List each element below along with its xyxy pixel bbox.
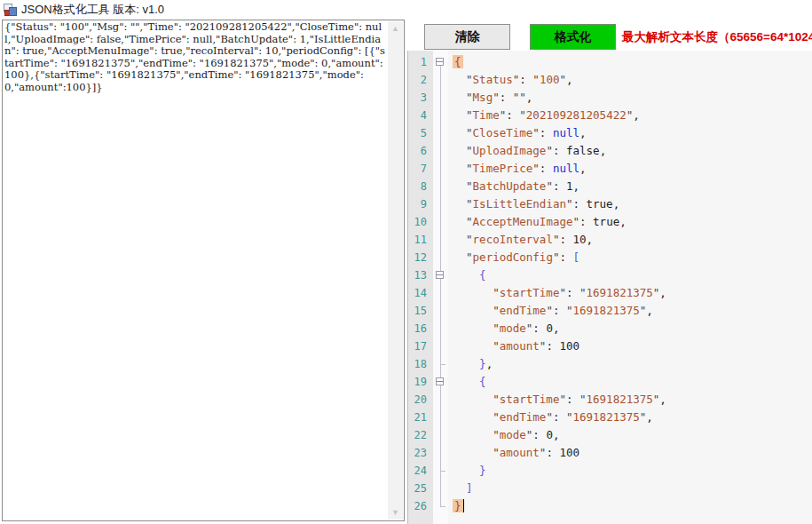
fold-toggle-icon[interactable] (433, 373, 448, 391)
code-line: 24 } (408, 462, 812, 480)
line-number: 9 (408, 195, 433, 213)
line-number: 15 (408, 302, 433, 320)
line-number: 19 (408, 373, 433, 391)
code-line: 21 "endTime": "1691821375", (408, 409, 812, 426)
code-line: 3 "Msg": "", (408, 89, 812, 107)
input-scrollbar[interactable]: ▲ ▼ (388, 21, 403, 520)
fold-marker (433, 320, 448, 337)
code-line: 12 "periodConfig": [ (408, 249, 812, 266)
code-text: "Status": "100", (448, 71, 573, 89)
code-line: 17 "amount": 100 (408, 337, 812, 355)
format-button[interactable]: 格式化 (530, 24, 616, 50)
code-text: "startTime": "1691821375", (448, 284, 666, 302)
code-line: 5 "CloseTime": null, (408, 124, 812, 142)
text-caret (463, 499, 464, 512)
fold-marker (433, 71, 448, 89)
scroll-down-icon[interactable]: ▼ (388, 506, 403, 519)
code-text: "startTime": "1691821375", (448, 391, 666, 409)
line-number: 1 (408, 53, 433, 71)
fold-marker (433, 337, 448, 355)
fold-marker (433, 160, 448, 178)
raw-json-input[interactable]: {"Status": "100","Msg": "","Time": "2021… (2, 20, 405, 521)
code-line: 15 "endTime": "1691821375", (408, 302, 812, 320)
line-number: 17 (408, 337, 433, 355)
fold-marker (433, 480, 448, 497)
code-text: "periodConfig": [ (448, 249, 579, 266)
fold-marker (433, 444, 448, 462)
fold-marker (433, 302, 448, 320)
line-number: 16 (408, 320, 433, 337)
code-line: 8 "BatchUpdate": 1, (408, 178, 812, 195)
fold-marker (433, 107, 448, 124)
line-number: 13 (408, 266, 433, 284)
fold-marker (433, 426, 448, 444)
clear-button[interactable]: 清除 (424, 24, 510, 50)
fold-marker (433, 213, 448, 231)
fold-marker (433, 89, 448, 107)
code-text: "UploadImage": false, (448, 142, 606, 160)
code-text: "Time": "202109281205422", (448, 107, 640, 124)
code-line: 18 }, (408, 355, 812, 373)
code-text: "endTime": "1691821375", (448, 302, 653, 320)
code-line: 23 "amount": 100 (408, 444, 812, 462)
code-text: "mode": 0, (448, 426, 559, 444)
code-line: 16 "mode": 0, (408, 320, 812, 337)
code-line: 4 "Time": "202109281205422", (408, 107, 812, 124)
line-number: 18 (408, 355, 433, 373)
line-number: 21 (408, 409, 433, 426)
code-text: "endTime": "1691821375", (448, 409, 653, 426)
code-text: "CloseTime": null, (448, 124, 587, 142)
scroll-up-icon[interactable]: ▲ (388, 22, 403, 35)
line-number: 11 (408, 231, 433, 249)
code-text: ] (448, 480, 473, 497)
fold-marker (433, 195, 448, 213)
fold-marker (433, 284, 448, 302)
titlebar: JSON格式化工具 版本: v1.0 (0, 0, 812, 20)
code-line: 10 "AcceptMenuImage": true, (408, 213, 812, 231)
code-text: "amount": 100 (448, 444, 579, 462)
line-number: 8 (408, 178, 433, 195)
code-line: 13 { (408, 266, 812, 284)
fold-toggle-icon[interactable] (433, 266, 448, 284)
line-number: 24 (408, 462, 433, 480)
raw-json-text[interactable]: {"Status": "100","Msg": "","Time": "2021… (4, 21, 386, 93)
line-number: 22 (408, 426, 433, 444)
code-text: "BatchUpdate": 1, (448, 178, 579, 195)
code-text: "AcceptMenuImage": true, (448, 213, 627, 231)
code-line: 22 "mode": 0, (408, 426, 812, 444)
code-line: 1{ (408, 53, 812, 71)
max-length-notice: 最大解析文本长度（65656=64*1024） (622, 29, 812, 45)
code-editor[interactable]: 1{2 "Status": "100",3 "Msg": "",4 "Time"… (407, 51, 812, 524)
code-line: 19 { (408, 373, 812, 391)
code-line: 7 "TimePrice": null, (408, 160, 812, 178)
line-number: 6 (408, 142, 433, 160)
code-text: "IsLittleEndian": true, (448, 195, 619, 213)
code-line: 14 "startTime": "1691821375", (408, 284, 812, 302)
line-number: 7 (408, 160, 433, 178)
line-number: 5 (408, 124, 433, 142)
code-text: "TimePrice": null, (448, 160, 587, 178)
fold-toggle-icon[interactable] (433, 53, 448, 71)
fold-marker (433, 124, 448, 142)
code-line: 11 "recoInterval": 10, (408, 231, 812, 249)
fold-marker (433, 391, 448, 409)
code-text: } (448, 497, 464, 515)
line-number: 26 (408, 497, 433, 515)
code-text: "amount": 100 (448, 337, 579, 355)
fold-marker (433, 178, 448, 195)
line-number: 3 (408, 89, 433, 107)
code-text: { (448, 53, 463, 71)
fold-marker (433, 355, 448, 373)
fold-marker (433, 497, 448, 515)
code-rows: 1{2 "Status": "100",3 "Msg": "",4 "Time"… (408, 51, 812, 515)
line-number: 10 (408, 213, 433, 231)
line-number: 14 (408, 284, 433, 302)
fold-marker (433, 249, 448, 266)
code-line: 26} (408, 497, 812, 515)
line-number: 25 (408, 480, 433, 497)
code-text: "recoInterval": 10, (448, 231, 593, 249)
code-line: 9 "IsLittleEndian": true, (408, 195, 812, 213)
line-number: 20 (408, 391, 433, 409)
fold-marker (433, 462, 448, 480)
fold-marker (433, 409, 448, 426)
